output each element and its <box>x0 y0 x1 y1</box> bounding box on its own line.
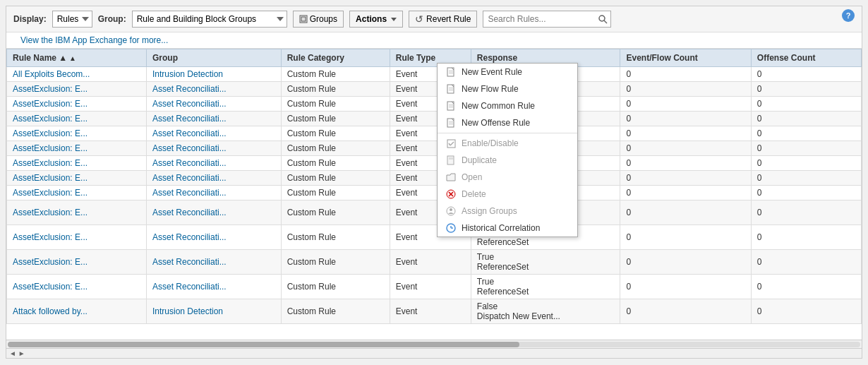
table-row[interactable]: AssetExclusion: E...Asset Reconciliati..… <box>7 186 862 201</box>
table-cell: Asset Reconciliati... <box>146 112 281 126</box>
table-cell: 0 <box>620 67 751 82</box>
table-cell: Custom Rule <box>281 112 390 126</box>
doc-icon <box>446 118 456 128</box>
table-cell: 0 <box>620 225 751 250</box>
menu-item-new-flow-rule[interactable]: New Flow Rule <box>438 80 577 97</box>
table-cell: Asset Reconciliati... <box>146 156 281 171</box>
col-offense-count[interactable]: Offense Count <box>751 49 861 67</box>
table-cell: AssetExclusion: E... <box>7 82 147 97</box>
main-container: ? Display: Rules Group: Rule and Buildin… <box>6 6 862 359</box>
table-cell: 0 <box>620 97 751 112</box>
table-cell: 0 <box>751 225 861 250</box>
table-cell: Event <box>390 299 471 324</box>
table-cell: Asset Reconciliati... <box>146 171 281 186</box>
group-dropdown[interactable]: Rule and Building Block Groups <box>132 11 287 28</box>
menu-item-new-common-rule[interactable]: New Common Rule <box>438 97 577 114</box>
table-cell: AssetExclusion: E... <box>7 250 147 275</box>
table-cell: Intrusion Detection <box>146 299 281 324</box>
table-cell: AssetExclusion: E... <box>7 275 147 299</box>
table-row[interactable]: AssetExclusion: E...Asset Reconciliati..… <box>7 201 862 225</box>
search-wrapper <box>483 11 611 28</box>
search-input[interactable] <box>483 11 611 28</box>
col-event-flow-count[interactable]: Event/Flow Count <box>620 49 751 67</box>
menu-item-label-enable-disable: Enable/Disable <box>462 138 519 148</box>
menu-item-new-event-rule[interactable]: New Event Rule <box>438 64 577 80</box>
table-row[interactable]: AssetExclusion: E...Asset Reconciliati..… <box>7 82 862 97</box>
menu-item-label-historical-correlation: Historical Correlation <box>462 223 540 233</box>
table-cell: 0 <box>751 82 861 97</box>
table-cell: AssetExclusion: E... <box>7 171 147 186</box>
help-icon[interactable]: ? <box>842 9 855 22</box>
menu-item-label-new-offense-rule: New Offense Rule <box>462 118 530 128</box>
horizontal-scrollbar[interactable] <box>6 340 862 348</box>
table-row[interactable]: All Exploits Becom...Intrusion Detection… <box>7 67 862 82</box>
menu-item-label-new-flow-rule: New Flow Rule <box>462 84 519 94</box>
table-cell: 0 <box>751 141 861 156</box>
table-row[interactable]: AssetExclusion: E...Asset Reconciliati..… <box>7 141 862 156</box>
table-row[interactable]: AssetExclusion: E...Asset Reconciliati..… <box>7 250 862 275</box>
table-row[interactable]: AssetExclusion: E...Asset Reconciliati..… <box>7 126 862 141</box>
table-container: Rule Name ▲ Group Rule Category Rule Typ… <box>6 49 862 340</box>
link-bar: View the IBM App Exchange for more... <box>6 32 862 49</box>
table-row[interactable]: Attack followed by...Intrusion Detection… <box>7 299 862 324</box>
actions-button[interactable]: Actions <box>349 11 403 28</box>
revert-button[interactable]: ↺ Revert Rule <box>409 11 477 28</box>
table-cell: Attack followed by... <box>7 299 147 324</box>
display-label: Display: <box>13 14 47 24</box>
menu-item-duplicate: Duplicate <box>438 152 577 169</box>
table-cell: Asset Reconciliati... <box>146 82 281 97</box>
svg-point-29 <box>450 208 452 211</box>
table-cell: 0 <box>620 186 751 201</box>
table-cell: 0 <box>620 126 751 141</box>
col-rule-name[interactable]: Rule Name ▲ <box>7 49 147 67</box>
svg-rect-1 <box>301 17 306 21</box>
menu-item-label-new-event-rule: New Event Rule <box>462 67 522 77</box>
menu-item-delete: Delete <box>438 186 577 203</box>
display-select[interactable]: Rules <box>52 11 92 28</box>
table-cell: Asset Reconciliati... <box>146 225 281 250</box>
table-cell: 0 <box>751 156 861 171</box>
table-row[interactable]: AssetExclusion: E...Asset Reconciliati..… <box>7 112 862 126</box>
table-cell: Asset Reconciliati... <box>146 97 281 112</box>
table-cell: Custom Rule <box>281 299 390 324</box>
table-row[interactable]: AssetExclusion: E...Asset Reconciliati..… <box>7 225 862 250</box>
table-cell: AssetExclusion: E... <box>7 112 147 126</box>
col-rule-category[interactable]: Rule Category <box>281 49 390 67</box>
menu-item-label-duplicate: Duplicate <box>462 155 497 165</box>
table-row[interactable]: AssetExclusion: E...Asset Reconciliati..… <box>7 97 862 112</box>
table-cell: FalseDispatch New Event... <box>471 299 620 324</box>
table-row[interactable]: AssetExclusion: E...Asset Reconciliati..… <box>7 171 862 186</box>
menu-item-label-open: Open <box>462 172 482 182</box>
table-cell: TrueReferenceSet <box>471 275 620 299</box>
table-cell: Custom Rule <box>281 171 390 186</box>
table-cell: Custom Rule <box>281 225 390 250</box>
svg-rect-24 <box>449 157 453 160</box>
page-icon <box>446 155 456 165</box>
menu-item-label-delete: Delete <box>462 189 486 199</box>
table-cell: Asset Reconciliati... <box>146 275 281 299</box>
table-cell: Custom Rule <box>281 186 390 201</box>
delete-icon <box>446 189 456 199</box>
table-row[interactable]: AssetExclusion: E...Asset Reconciliati..… <box>7 156 862 171</box>
groups-icon <box>299 15 308 23</box>
checkbox-icon <box>446 138 456 148</box>
table-cell: 0 <box>751 112 861 126</box>
table-cell: Custom Rule <box>281 275 390 299</box>
col-group[interactable]: Group <box>146 49 281 67</box>
menu-item-historical-correlation[interactable]: Historical Correlation <box>438 220 577 237</box>
assign-icon <box>446 206 456 216</box>
table-cell: 0 <box>751 299 861 324</box>
revert-icon: ↺ <box>415 13 423 25</box>
menu-item-label-assign-groups: Assign Groups <box>462 206 517 216</box>
table-cell: 0 <box>751 186 861 201</box>
actions-dropdown-arrow <box>391 18 397 21</box>
menu-divider <box>438 133 577 133</box>
menu-item-open: Open <box>438 169 577 186</box>
groups-button[interactable]: Groups <box>293 11 344 28</box>
table-cell: Custom Rule <box>281 67 390 82</box>
menu-item-new-offense-rule[interactable]: New Offense Rule <box>438 114 577 131</box>
table-cell: 0 <box>751 201 861 225</box>
table-cell: Intrusion Detection <box>146 67 281 82</box>
table-row[interactable]: AssetExclusion: E...Asset Reconciliati..… <box>7 275 862 299</box>
ibm-exchange-link[interactable]: View the IBM App Exchange for more... <box>13 34 175 47</box>
